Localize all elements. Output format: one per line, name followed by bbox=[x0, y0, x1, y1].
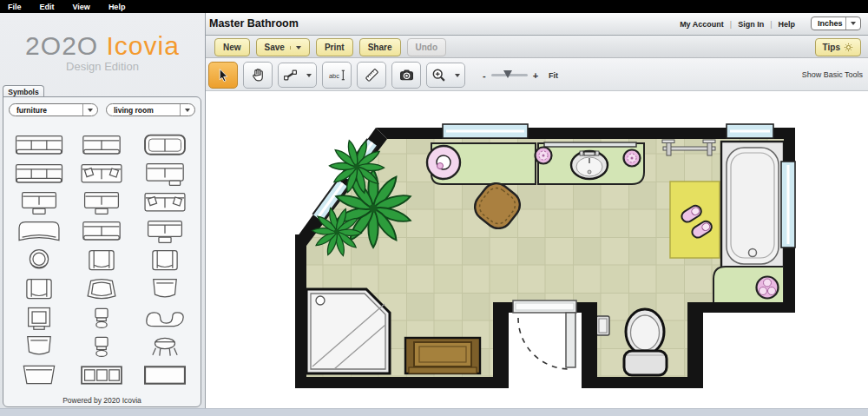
shower[interactable] bbox=[306, 289, 390, 373]
save-button[interactable]: Save bbox=[256, 38, 310, 56]
window-right[interactable] bbox=[781, 162, 795, 248]
toilet[interactable] bbox=[624, 309, 667, 375]
wall-tool[interactable] bbox=[278, 63, 317, 88]
bench[interactable] bbox=[405, 338, 480, 373]
camera-tool[interactable] bbox=[391, 62, 421, 89]
room-select[interactable]: living room bbox=[106, 103, 195, 116]
category-select[interactable]: furniture bbox=[9, 103, 98, 116]
tips-label: Tips bbox=[823, 43, 840, 52]
svg-text:abc: abc bbox=[329, 72, 339, 80]
chevron-down-icon bbox=[845, 17, 860, 30]
share-button[interactable]: Share bbox=[359, 38, 401, 56]
symbol-sofapillow[interactable] bbox=[134, 188, 196, 217]
zoom-out-button[interactable]: - bbox=[483, 70, 486, 81]
symbol-roundchair[interactable] bbox=[8, 246, 70, 274]
logo-2020: 2O2O bbox=[25, 31, 98, 60]
symbol-sofacurve[interactable] bbox=[8, 217, 70, 246]
undo-button[interactable]: Undo bbox=[407, 38, 447, 56]
fit-button[interactable]: Fit bbox=[549, 71, 558, 80]
symbol-sofa2[interactable] bbox=[70, 131, 133, 160]
menu-item-view[interactable]: View bbox=[73, 3, 90, 11]
floorplan bbox=[206, 91, 868, 408]
symbols-panel: furniture living room Powered by 2020 Ic… bbox=[3, 96, 201, 407]
symbol-chaises[interactable] bbox=[134, 303, 196, 332]
title-bar: Master Bathroom My Account|Sign In|Help … bbox=[206, 13, 868, 36]
wall-segment-icon bbox=[283, 68, 298, 83]
sink[interactable] bbox=[571, 151, 608, 179]
symbol-deskchair[interactable] bbox=[70, 332, 133, 360]
symbol-sofaottoman[interactable] bbox=[70, 188, 133, 217]
header-link-sign-in[interactable]: Sign In bbox=[738, 20, 764, 29]
symbol-slipperchair[interactable] bbox=[134, 274, 196, 303]
lightbulb-icon bbox=[844, 43, 853, 52]
symbol-benchsofa[interactable] bbox=[8, 360, 70, 389]
zoom-tool[interactable] bbox=[426, 63, 465, 88]
menu-item-help[interactable]: Help bbox=[108, 3, 126, 11]
symbol-sofapillow[interactable] bbox=[70, 160, 133, 188]
chevron-down-icon bbox=[82, 104, 97, 116]
towel-ring-2[interactable] bbox=[624, 150, 641, 167]
symbol-sofa2[interactable] bbox=[70, 217, 133, 246]
chevron-down-icon bbox=[306, 74, 312, 77]
page-title: Master Bathroom bbox=[209, 17, 299, 30]
window-top-2[interactable] bbox=[727, 124, 773, 138]
separator: | bbox=[770, 20, 772, 29]
symbol-armchair[interactable] bbox=[70, 246, 133, 274]
camera-icon bbox=[399, 68, 414, 83]
chevron-down-icon bbox=[290, 46, 301, 50]
symbol-slipperchair[interactable] bbox=[8, 332, 70, 360]
rolled-towels[interactable] bbox=[757, 277, 779, 299]
new-button[interactable]: New bbox=[214, 38, 250, 56]
units-select[interactable]: Inches bbox=[811, 17, 861, 30]
symbol-armchair[interactable] bbox=[8, 274, 70, 303]
header-link-help[interactable]: Help bbox=[778, 20, 795, 29]
symbol-sofaround[interactable] bbox=[134, 131, 196, 160]
logo-subtitle: Design Edition bbox=[0, 60, 205, 73]
measure-tool[interactable] bbox=[357, 62, 386, 89]
print-button[interactable]: Print bbox=[316, 38, 353, 56]
symbol-sofatab[interactable] bbox=[134, 160, 196, 188]
symbol-sofa3[interactable] bbox=[8, 131, 70, 160]
logo-icovia: Icovia bbox=[107, 31, 180, 60]
symbol-wingchair[interactable] bbox=[70, 274, 133, 303]
tab-symbols[interactable]: Symbols bbox=[3, 85, 44, 97]
symbol-cushion3[interactable] bbox=[70, 360, 133, 389]
select-tool[interactable] bbox=[208, 62, 238, 89]
symbol-sofaottoman[interactable] bbox=[8, 188, 70, 217]
symbol-squarechair[interactable] bbox=[8, 303, 70, 332]
drawing-canvas[interactable] bbox=[206, 91, 868, 408]
menu-item-edit[interactable]: Edit bbox=[40, 3, 55, 11]
bottom-strip bbox=[0, 408, 868, 416]
symbol-grid bbox=[8, 131, 196, 393]
symbol-sofa3[interactable] bbox=[8, 160, 70, 188]
main-area: Master Bathroom My Account|Sign In|Help … bbox=[206, 13, 868, 408]
pan-tool[interactable] bbox=[243, 62, 273, 89]
separator: | bbox=[730, 20, 732, 29]
menu-bar: FileEditViewHelp bbox=[0, 0, 868, 13]
units-select-value: Inches bbox=[818, 19, 843, 28]
mirror[interactable] bbox=[544, 142, 636, 147]
towel-ring-large[interactable] bbox=[427, 146, 460, 179]
bathtub[interactable] bbox=[721, 142, 784, 272]
symbol-plainrect[interactable] bbox=[134, 360, 196, 389]
bath-rug[interactable] bbox=[670, 182, 720, 258]
zoom-slider-thumb[interactable] bbox=[503, 70, 512, 78]
window-top-1[interactable] bbox=[443, 124, 528, 138]
symbol-stoollegs[interactable] bbox=[134, 332, 196, 360]
symbol-armchair[interactable] bbox=[134, 246, 196, 274]
symbol-deskchair[interactable] bbox=[70, 303, 133, 332]
zoom-slider[interactable] bbox=[491, 74, 528, 76]
zoom-in-button[interactable]: + bbox=[533, 70, 538, 81]
chevron-down-icon bbox=[180, 104, 194, 116]
menu-item-file[interactable]: File bbox=[8, 3, 22, 11]
header-link-my-account[interactable]: My Account bbox=[680, 20, 724, 29]
magnifier-plus-icon bbox=[431, 68, 446, 83]
symbol-sofaottoman[interactable] bbox=[134, 217, 196, 246]
door[interactable] bbox=[513, 300, 576, 369]
cursor-icon bbox=[216, 68, 231, 83]
show-basic-tools-link[interactable]: Show Basic Tools bbox=[802, 70, 863, 79]
account-links: My Account|Sign In|Help bbox=[680, 13, 795, 36]
text-tool[interactable]: abc bbox=[322, 62, 352, 89]
tips-button[interactable]: Tips bbox=[815, 38, 861, 56]
towel-ring-1[interactable] bbox=[536, 148, 552, 164]
